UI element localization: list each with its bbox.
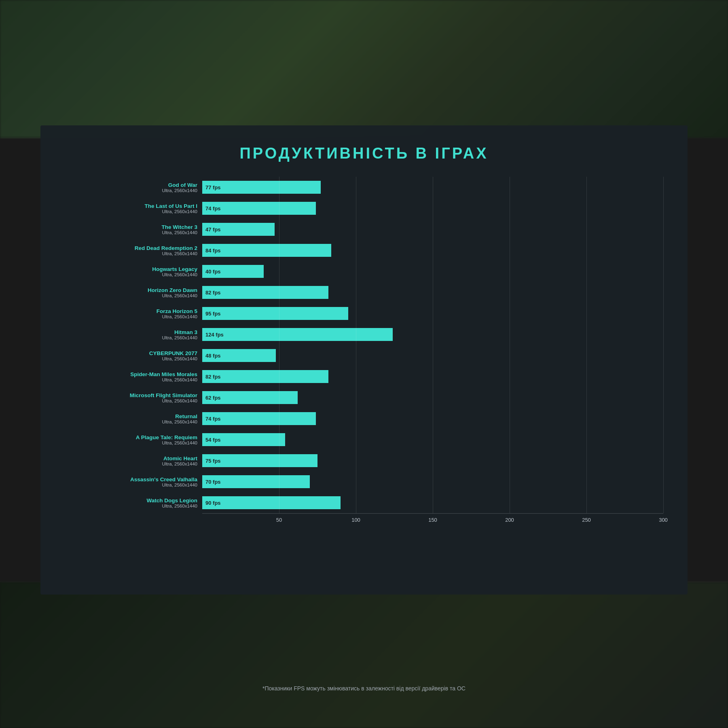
labels-section: God of War Ultra, 2560x1440 The Last of …: [65, 177, 202, 525]
game-spec: Ultra, 2560x1440: [162, 251, 197, 256]
game-name: CYBERPUNK 2077: [149, 350, 197, 356]
label-item: God of War Ultra, 2560x1440: [65, 177, 202, 198]
game-spec: Ultra, 2560x1440: [162, 188, 197, 193]
bar-fps-label: 54 fps: [205, 437, 221, 443]
x-tick: 100: [351, 517, 360, 523]
bar-row: 62 fps: [202, 387, 663, 408]
game-spec: Ultra, 2560x1440: [162, 419, 197, 424]
game-name: Microsoft Flight Simulator: [130, 392, 197, 398]
label-item: A Plague Tale: Requiem Ultra, 2560x1440: [65, 429, 202, 450]
label-item: CYBERPUNK 2077 Ultra, 2560x1440: [65, 345, 202, 366]
game-name: Returnal: [175, 413, 197, 419]
label-item: Horizon Zero Dawn Ultra, 2560x1440: [65, 282, 202, 303]
bar-row: 74 fps: [202, 408, 663, 429]
game-name: The Last of Us Part I: [144, 203, 197, 209]
grid-line: [663, 177, 664, 513]
game-spec: Ultra, 2560x1440: [162, 335, 197, 340]
bar-fps-label: 82 fps: [205, 290, 221, 296]
footnote: *Показники FPS можуть змінюватись в зале…: [0, 685, 728, 692]
bar-fps-label: 90 fps: [205, 500, 221, 506]
label-item: Spider-Man Miles Morales Ultra, 2560x144…: [65, 366, 202, 387]
bar-fill: 62 fps: [202, 391, 298, 404]
game-spec: Ultra, 2560x1440: [162, 398, 197, 403]
bars-area: 77 fps74 fps47 fps84 fps40 fps82 fps95 f…: [202, 177, 663, 513]
game-spec: Ultra, 2560x1440: [162, 230, 197, 235]
label-item: Watch Dogs Legion Ultra, 2560x1440: [65, 492, 202, 513]
main-panel: ПРОДУКТИВНІСТЬ В ІГРАХ God of War Ultra,…: [40, 125, 688, 595]
bar-row: 82 fps: [202, 282, 663, 303]
bar-fps-label: 84 fps: [205, 248, 221, 254]
game-spec: Ultra, 2560x1440: [162, 314, 197, 319]
bar-fps-label: 124 fps: [205, 332, 224, 338]
bar-row: 54 fps: [202, 429, 663, 450]
bar-row: 47 fps: [202, 219, 663, 240]
bar-fill: 124 fps: [202, 328, 393, 341]
label-item: Assassin's Creed Valhalla Ultra, 2560x14…: [65, 471, 202, 492]
bar-fps-label: 74 fps: [205, 416, 221, 422]
label-item: Forza Horizon 5 Ultra, 2560x1440: [65, 303, 202, 324]
bar-fps-label: 74 fps: [205, 205, 221, 212]
x-tick: 150: [428, 517, 437, 523]
bar-fps-label: 82 fps: [205, 374, 221, 380]
bar-row: 124 fps: [202, 324, 663, 345]
bar-fill: 90 fps: [202, 496, 341, 509]
label-item: Returnal Ultra, 2560x1440: [65, 408, 202, 429]
game-spec: Ultra, 2560x1440: [162, 440, 197, 445]
bar-row: 75 fps: [202, 450, 663, 471]
x-tick: 250: [582, 517, 591, 523]
bar-fill: 74 fps: [202, 202, 316, 215]
game-name: Hitman 3: [174, 329, 197, 335]
bar-fps-label: 77 fps: [205, 184, 221, 190]
bar-fill: 95 fps: [202, 307, 348, 320]
bars-section: 77 fps74 fps47 fps84 fps40 fps82 fps95 f…: [202, 177, 663, 525]
label-item: Atomic Heart Ultra, 2560x1440: [65, 450, 202, 471]
bar-fps-label: 62 fps: [205, 395, 221, 401]
bar-fps-label: 47 fps: [205, 226, 221, 233]
game-spec: Ultra, 2560x1440: [162, 377, 197, 382]
chart-container: God of War Ultra, 2560x1440 The Last of …: [40, 177, 688, 538]
game-name: Red Dead Redemption 2: [135, 245, 197, 251]
label-item: Hogwarts Legacy Ultra, 2560x1440: [65, 261, 202, 282]
game-spec: Ultra, 2560x1440: [162, 483, 197, 487]
game-name: Watch Dogs Legion: [147, 497, 198, 504]
bar-fill: 84 fps: [202, 244, 331, 257]
game-spec: Ultra, 2560x1440: [162, 209, 197, 214]
bar-fill: 75 fps: [202, 454, 317, 467]
label-item: The Witcher 3 Ultra, 2560x1440: [65, 219, 202, 240]
bg-bottom-overlay: [0, 582, 728, 728]
bar-fill: 82 fps: [202, 286, 328, 299]
game-name: Hogwarts Legacy: [152, 266, 197, 272]
bar-fill: 70 fps: [202, 475, 310, 488]
bar-row: 84 fps: [202, 240, 663, 261]
x-tick: 50: [276, 517, 282, 523]
game-spec: Ultra, 2560x1440: [162, 272, 197, 277]
bg-top-overlay: [0, 0, 728, 138]
bar-row: 40 fps: [202, 261, 663, 282]
game-spec: Ultra, 2560x1440: [162, 293, 197, 298]
bar-row: 77 fps: [202, 177, 663, 198]
game-name: Horizon Zero Dawn: [148, 287, 197, 293]
bar-fill: 54 fps: [202, 433, 285, 446]
bar-fps-label: 40 fps: [205, 269, 221, 275]
game-name: Forza Horizon 5: [157, 308, 197, 314]
bar-fill: 74 fps: [202, 412, 316, 425]
bar-fill: 47 fps: [202, 223, 275, 236]
game-name: Assassin's Creed Valhalla: [130, 476, 197, 483]
bar-row: 95 fps: [202, 303, 663, 324]
bar-fps-label: 70 fps: [205, 479, 221, 485]
game-spec: Ultra, 2560x1440: [162, 461, 197, 466]
bar-row: 82 fps: [202, 366, 663, 387]
bar-fill: 77 fps: [202, 181, 321, 194]
game-name: Atomic Heart: [163, 455, 197, 461]
bar-fps-label: 95 fps: [205, 311, 221, 317]
bar-row: 48 fps: [202, 345, 663, 366]
game-name: Spider-Man Miles Morales: [130, 371, 197, 377]
bar-fill: 40 fps: [202, 265, 264, 278]
label-item: Red Dead Redemption 2 Ultra, 2560x1440: [65, 240, 202, 261]
game-spec: Ultra, 2560x1440: [162, 504, 197, 508]
page-title: ПРОДУКТИВНІСТЬ В ІГРАХ: [40, 145, 688, 162]
bar-fill: 82 fps: [202, 370, 328, 383]
label-item: Hitman 3 Ultra, 2560x1440: [65, 324, 202, 345]
label-item: Microsoft Flight Simulator Ultra, 2560x1…: [65, 387, 202, 408]
game-name: The Witcher 3: [162, 224, 197, 230]
